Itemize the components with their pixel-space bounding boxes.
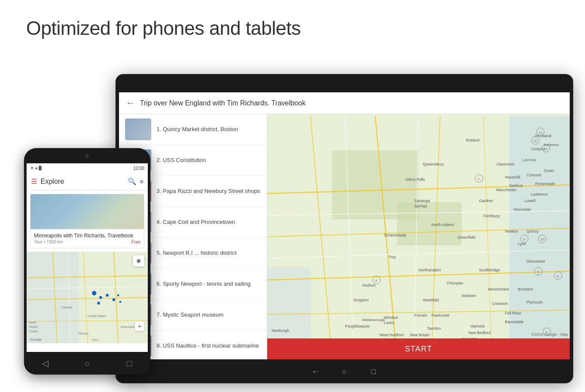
svg-text:Cranston: Cranston [492,301,508,306]
svg-text:Kingston: Kingston [354,298,369,302]
svg-text:Worcester: Worcester [514,207,531,212]
phone-recents-button[interactable]: □ [121,355,138,372]
svg-text:Fall River: Fall River [505,311,521,315]
tablet-back-button[interactable]: ← [309,365,322,378]
phone-status-bar: ▼◄ ▉ 12:00 [27,163,148,173]
phone-card-subtitle: Tour • 7300 km Free [34,240,140,244]
svg-text:Mexico: Mexico [79,332,88,335]
svg-text:Locks: Locks [384,321,395,325]
svg-text:Rutland: Rutland [466,138,480,142]
svg-text:Taunton: Taunton [427,326,441,331]
svg-text:Concord: Concord [527,173,541,177]
svg-text:14: 14 [544,147,548,151]
svg-text:Newburgh: Newburgh [272,328,289,333]
zoom-plus-button[interactable]: + [135,321,144,331]
svg-text:Haverhill: Haverhill [505,175,520,179]
phone-app-bar: ☰ Explore 🔍 ≡ [27,173,148,190]
svg-text:Claremont: Claremont [496,162,514,166]
page-heading: Optimized for phones and tablets [26,17,301,39]
tablet-device: ← Trip over New England with Tim Richard… [116,74,573,383]
svg-text:11: 11 [539,131,543,135]
svg-text:New Bedford: New Bedford [468,331,491,335]
svg-text:Canada: Canada [61,306,72,309]
list-item[interactable]: 1. Quincy Market district, Boston [119,114,267,145]
svg-text:Gardner: Gardner [479,199,493,203]
svg-point-114 [117,294,119,297]
svg-text:Glens Falls: Glens Falls [405,177,425,182]
phone-app-title: Explore [41,178,124,186]
svg-text:6: 6 [557,274,559,278]
tablet-nav-bar: ← ○ □ [301,365,388,378]
svg-text:Laconia: Laconia [522,158,536,162]
svg-text:3: 3 [523,237,525,241]
svg-text:Venezuela: Venezuela [120,325,135,328]
list-label: 5. Newport R.I ... historic district [156,249,237,257]
hamburger-icon[interactable]: ☰ [31,177,37,186]
svg-text:Quincy: Quincy [527,229,539,233]
list-label: 4. Cape Cod and Provincetown [156,218,235,226]
svg-text:Ocean: Ocean [29,330,38,333]
svg-text:Nashua: Nashua [509,183,523,188]
map-svg: Portland Ossipee Laconia Biddeford Conco… [267,114,570,359]
svg-text:7: 7 [478,177,480,181]
svg-text:Queensbury: Queensbury [423,162,444,166]
list-label: 3. Papa Razzi and Newbury Street shops [156,187,260,195]
tablet-app-header: ← Trip over New England with Tim Richard… [119,92,570,114]
svg-text:Pacific: Pacific [29,325,38,328]
svg-text:12: 12 [533,139,537,143]
list-label: 2. USS Constitution [156,156,206,164]
svg-text:Windsor: Windsor [384,315,398,320]
svg-text:Webster: Webster [462,294,476,298]
svg-text:Warwick: Warwick [470,324,485,328]
phone-home-button[interactable]: ○ [78,355,96,372]
svg-text:Middleborough: Middleborough [362,318,385,322]
phone-card-free: Free [131,240,140,244]
svg-point-112 [112,298,116,301]
start-button[interactable]: START [267,338,570,359]
svg-point-111 [105,294,109,297]
phone-device: ▼◄ ▉ 12:00 ☰ Explore 🔍 ≡ Minneapolis wit… [24,148,150,375]
tablet-content: 1. Quincy Market district, Boston 2. USS… [119,114,570,359]
svg-text:New Britain: New Britain [410,333,430,337]
tablet-home-button[interactable]: ○ [338,365,351,378]
phone-screen: ▼◄ ▉ 12:00 ☰ Explore 🔍 ≡ Minneapolis wit… [27,163,148,352]
phone-back-button[interactable]: ◁ [36,355,54,372]
svg-text:Westfield: Westfield [423,298,439,302]
google-logo: Google [30,338,42,341]
map-panel: Portland Ossipee Laconia Biddeford Conco… [267,114,570,359]
svg-text:Hudson: Hudson [362,283,376,287]
svg-point-115 [119,301,122,303]
svg-text:10: 10 [541,237,544,241]
phone-card-image [31,194,144,229]
list-label: 1. Quincy Market district, Boston [156,125,238,133]
tablet-screen: ← Trip over New England with Tim Richard… [119,92,570,359]
svg-text:Portsmouth: Portsmouth [535,182,555,186]
back-button[interactable]: ← [126,98,135,108]
svg-text:West Hartford: West Hartford [380,333,404,337]
svg-text:Brockton: Brockton [518,287,533,291]
svg-text:Poughkeepsie: Poughkeepsie [345,324,369,328]
svg-text:Troy: Troy [388,255,396,259]
svg-text:Schenectady: Schenectady [384,233,407,238]
phone-card-title: Minneapolis with Tim Richards. Travelboo… [34,233,140,239]
svg-text:United States: United States [88,314,106,318]
phone-camera [85,154,89,158]
svg-text:Manchester: Manchester [496,188,517,192]
list-label: 8. USS Nautilus - first nuclear submarin… [156,342,259,350]
phone-card[interactable]: Minneapolis with Tim Richards. Travelboo… [30,194,144,248]
svg-text:Northampton: Northampton [418,268,441,272]
phone-time: 12:00 [133,166,144,171]
svg-text:Fitchburg: Fitchburg [483,214,500,218]
location-button[interactable]: ⊕ [133,255,144,267]
phone-map: North Pacific Ocean Canada United States… [27,252,148,343]
tablet-recents-button[interactable]: □ [367,365,380,378]
search-icon[interactable]: 🔍 [128,177,136,186]
list-thumb [125,118,151,140]
svg-point-110 [99,296,102,299]
svg-text:Plymouth: Plymouth [527,300,543,304]
phone-card-body: Minneapolis with Tim Richards. Travelboo… [31,229,144,248]
svg-text:Springs: Springs [414,204,428,208]
list-icon[interactable]: ≡ [140,178,143,185]
list-label: 7. Mystic Seaport museum [156,311,224,319]
map-copyright: ©2014 Google - Map [531,332,568,337]
